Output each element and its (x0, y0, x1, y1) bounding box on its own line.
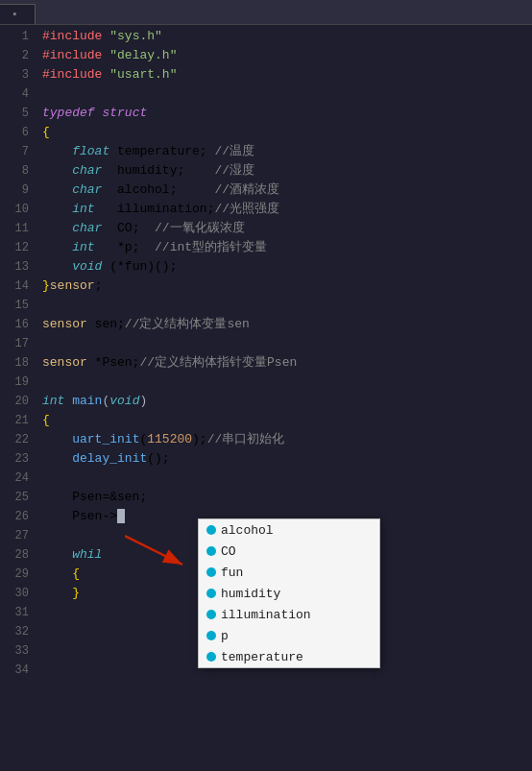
line-number-34: 34 (0, 661, 29, 680)
line-number-29: 29 (0, 565, 29, 584)
line-number-26: 26 (0, 507, 29, 526)
ac-icon-illumination (206, 610, 216, 619)
code-line-25: Psen=&sen; (42, 488, 532, 507)
line-number-15: 15 (0, 296, 29, 315)
ac-icon-p (206, 631, 216, 640)
code-line-10: int illumination;//光照强度 (42, 200, 532, 219)
line-number-30: 30 (0, 584, 29, 603)
line-number-1: 1 (0, 27, 29, 46)
ac-icon-CO (206, 546, 216, 556)
line-numbers: 1234567891011121314151617181920212223242… (0, 25, 35, 769)
line-number-17: 17 (0, 334, 29, 353)
autocomplete-item-p[interactable]: p (199, 625, 379, 646)
code-line-11: char CO; //一氧化碳浓度 (42, 219, 532, 238)
line-number-4: 4 (0, 84, 29, 104)
line-number-3: 3 (0, 65, 29, 84)
autocomplete-item-alcohol[interactable]: alcohol (199, 519, 379, 541)
line-number-5: 5 (0, 104, 29, 123)
code-line-1: #include "sys.h" (42, 27, 532, 46)
code-line-18: sensor *Psen;//定义结构体指针变量Psen (42, 353, 532, 373)
line-number-19: 19 (0, 373, 29, 392)
code-line-4 (42, 84, 532, 104)
ac-label-CO: CO (221, 544, 236, 559)
line-number-27: 27 (0, 526, 29, 545)
code-line-6: { (42, 123, 532, 142)
code-line-23: delay_init(); (42, 449, 532, 469)
code-line-15 (42, 296, 532, 315)
line-number-13: 13 (0, 257, 29, 277)
line-number-20: 20 (0, 392, 29, 411)
code-line-9: char alcohol; //酒精浓度 (42, 181, 532, 200)
line-number-18: 18 (0, 353, 29, 373)
tab-main-c[interactable]: ▪ (0, 4, 36, 24)
ac-icon-temperature (206, 652, 216, 662)
ac-label-temperature: temperature (221, 650, 303, 664)
line-number-24: 24 (0, 469, 29, 488)
line-number-22: 22 (0, 430, 29, 449)
ac-icon-alcohol (206, 525, 216, 535)
ac-label-illumination: illumination (221, 608, 311, 622)
line-number-25: 25 (0, 488, 29, 507)
code-line-7: float temperature; //温度 (42, 142, 532, 161)
file-icon: ▪ (12, 9, 18, 20)
code-line-24 (42, 469, 532, 488)
line-number-12: 12 (0, 238, 29, 257)
autocomplete-dropdown[interactable]: alcoholCOfunhumidityilluminationptempera… (198, 518, 380, 668)
ac-label-fun: fun (221, 566, 243, 580)
code-line-21: { (42, 411, 532, 430)
autocomplete-item-temperature[interactable]: temperature (199, 646, 379, 667)
ac-label-alcohol: alcohol (221, 523, 274, 538)
autocomplete-item-humidity[interactable]: humidity (199, 583, 379, 604)
line-number-16: 16 (0, 315, 29, 334)
line-number-14: 14 (0, 277, 29, 296)
ac-label-p: p (221, 629, 229, 643)
line-number-21: 21 (0, 411, 29, 430)
autocomplete-item-CO[interactable]: CO (199, 541, 379, 562)
line-number-31: 31 (0, 603, 29, 622)
code-line-2: #include "delay.h" (42, 46, 532, 65)
code-line-12: int *p; //int型的指针变量 (42, 238, 532, 257)
code-line-13: void (*fun)(); (42, 257, 532, 277)
tab-bar: ▪ (0, 0, 532, 25)
line-number-9: 9 (0, 181, 29, 200)
autocomplete-item-illumination[interactable]: illumination (199, 604, 379, 625)
code-line-17 (42, 334, 532, 353)
line-number-6: 6 (0, 123, 29, 142)
line-number-8: 8 (0, 161, 29, 181)
line-number-10: 10 (0, 200, 29, 219)
autocomplete-item-fun[interactable]: fun (199, 562, 379, 583)
ac-icon-fun (206, 567, 216, 577)
line-number-33: 33 (0, 641, 29, 661)
line-number-11: 11 (0, 219, 29, 238)
code-line-5: typedef struct (42, 104, 532, 123)
code-line-16: sensor sen;//定义结构体变量sen (42, 315, 532, 334)
line-number-23: 23 (0, 449, 29, 469)
ac-label-humidity: humidity (221, 587, 280, 601)
code-line-22: uart_init(115200);//串口初始化 (42, 430, 532, 449)
line-number-7: 7 (0, 142, 29, 161)
line-number-28: ✕28 (0, 545, 29, 565)
code-line-8: char humidity; //湿度 (42, 161, 532, 181)
code-line-3: #include "usart.h" (42, 65, 532, 84)
code-line-19 (42, 373, 532, 392)
ac-icon-humidity (206, 589, 216, 598)
code-line-20: int main(void) (42, 392, 532, 411)
line-number-2: 2 (0, 46, 29, 65)
code-line-14: }sensor; (42, 277, 532, 296)
line-number-32: 32 (0, 622, 29, 641)
